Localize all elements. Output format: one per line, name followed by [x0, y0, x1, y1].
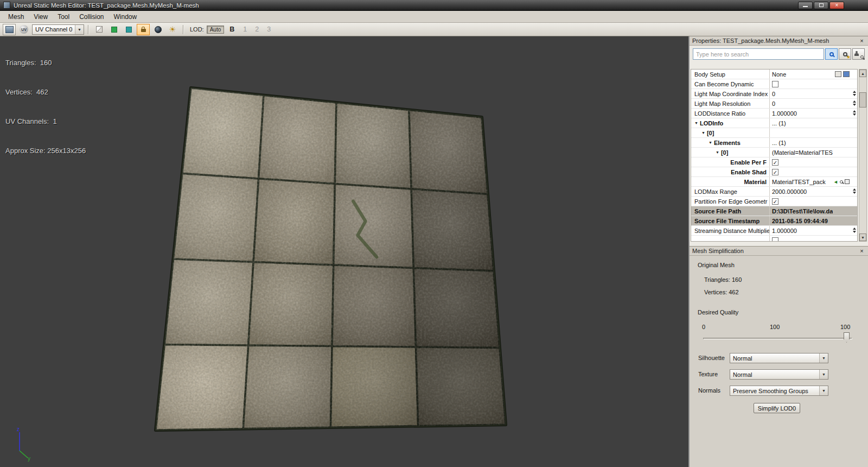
spinner-down-icon[interactable] — [853, 94, 856, 96]
use-selected-icon[interactable] — [843, 71, 850, 77]
lod-3-button[interactable]: 3 — [267, 26, 271, 33]
property-row[interactable]: Enable Shad✓ — [691, 167, 857, 177]
expander-icon[interactable]: ▼ — [716, 150, 719, 154]
menu-item-mesh[interactable]: Mesh — [3, 11, 29, 22]
show-complex-collision-button[interactable] — [122, 24, 135, 35]
property-value[interactable] — [770, 236, 857, 242]
mesh-simplification-close-button[interactable]: × — [858, 248, 865, 254]
checkbox[interactable]: ✓ — [772, 169, 778, 175]
spinner-up-icon[interactable] — [853, 228, 856, 230]
uv-channel-select[interactable]: UV Channel 0 ▼ — [32, 24, 84, 35]
property-row[interactable]: Light Map Coordinate Index0 — [691, 89, 857, 99]
search-button[interactable] — [825, 48, 838, 60]
menu-item-collision[interactable]: Collision — [74, 11, 108, 22]
value-spinner[interactable] — [853, 91, 856, 96]
expander-icon[interactable]: ▼ — [709, 141, 712, 144]
checkbox[interactable] — [772, 81, 778, 87]
checkbox[interactable]: ✓ — [772, 198, 778, 205]
property-value[interactable]: 1.000000 — [770, 226, 857, 235]
expander-icon[interactable]: ▼ — [694, 121, 698, 125]
spinner-down-icon[interactable] — [853, 231, 856, 233]
viewport-3d[interactable]: Triangles: 160 Vertices: 462 UV Channels… — [0, 36, 688, 467]
property-row[interactable]: Source File Timestamp2011-08-15 09:44:49 — [691, 216, 857, 226]
lod-base-button[interactable]: B — [229, 26, 234, 33]
property-value[interactable]: 2000.000000 — [770, 187, 857, 196]
property-row[interactable]: ▼[0](Material=Material'TES — [691, 148, 857, 157]
clear-icon[interactable] — [835, 71, 841, 77]
checkbox[interactable]: ✓ — [772, 159, 778, 166]
properties-close-button[interactable]: × — [858, 37, 865, 44]
search-favorites-button[interactable]: ★ — [839, 48, 851, 60]
value-spinner[interactable] — [853, 188, 856, 194]
spinner-down-icon[interactable] — [853, 113, 856, 116]
wireframe-button[interactable] — [93, 24, 106, 35]
lod-2-button[interactable]: 2 — [255, 26, 259, 33]
property-row[interactable]: Body SetupNone — [691, 70, 857, 79]
property-value[interactable]: 1.000000 — [770, 109, 857, 118]
menu-item-view[interactable]: View — [29, 11, 53, 22]
value-spinner[interactable] — [853, 100, 856, 106]
value-spinner[interactable] — [853, 110, 856, 116]
expander-icon[interactable]: ▼ — [701, 131, 705, 135]
property-value[interactable]: 0 — [770, 89, 857, 98]
property-value[interactable]: ✓ — [770, 197, 857, 206]
silhouette-select[interactable]: Normal ▼ — [730, 353, 828, 363]
property-row[interactable]: Partition For Edge Geometr✓ — [691, 197, 857, 206]
lighting-button[interactable]: ☀ — [166, 24, 179, 35]
scroll-down-icon[interactable]: ▼ — [859, 234, 866, 241]
property-value[interactable]: ... (1) — [770, 138, 857, 147]
menu-item-tool[interactable]: Tool — [53, 11, 74, 22]
titlebar[interactable]: Unreal Static Mesh Editor: TEST_package.… — [0, 0, 868, 11]
find-in-browser-icon[interactable] — [840, 180, 843, 184]
lod-1-button[interactable]: 1 — [243, 26, 247, 33]
properties-scrollbar[interactable]: ▲ ▼ — [859, 69, 867, 242]
clear-icon[interactable] — [845, 179, 850, 184]
search-user-button[interactable] — [852, 48, 865, 60]
value-spinner[interactable] — [853, 228, 856, 233]
scroll-up-icon[interactable]: ▲ — [859, 70, 866, 77]
property-row[interactable]: LODDistance Ratio1.000000 — [691, 109, 857, 118]
spinner-down-icon[interactable] — [853, 192, 856, 194]
property-value[interactable]: ... (1) — [770, 118, 857, 128]
checkbox[interactable] — [772, 237, 778, 242]
simplify-lod0-button[interactable]: Simplify LOD0 — [754, 403, 800, 413]
close-button[interactable]: × — [829, 2, 844, 9]
maximize-button[interactable] — [814, 2, 828, 9]
spinner-up-icon[interactable] — [853, 188, 856, 191]
stone-tile-mesh[interactable] — [0, 36, 688, 467]
property-value[interactable]: ✓ — [770, 167, 857, 176]
property-value[interactable]: ✓ — [770, 157, 857, 167]
chevron-down-icon[interactable]: ▼ — [819, 354, 828, 363]
show-simple-collision-button[interactable] — [107, 24, 120, 35]
property-value[interactable]: None — [770, 70, 857, 79]
lock-camera-button[interactable] — [137, 24, 150, 35]
search-input[interactable] — [693, 48, 824, 60]
chevron-down-icon[interactable]: ▼ — [75, 25, 84, 34]
property-value[interactable] — [770, 79, 857, 89]
texture-select[interactable]: Normal ▼ — [730, 369, 828, 380]
quality-slider-track[interactable] — [703, 338, 852, 339]
lod-auto-button[interactable]: Auto — [207, 26, 225, 34]
minimize-button[interactable] — [798, 2, 813, 9]
use-selected-icon[interactable]: ◄ — [833, 179, 838, 185]
mesh-tool-button[interactable] — [3, 24, 16, 35]
property-row[interactable]: MaterialMaterial'TEST_pack◄ — [691, 177, 857, 187]
menu-item-window[interactable]: Window — [109, 11, 142, 22]
spinner-down-icon[interactable] — [853, 104, 856, 106]
spinner-up-icon[interactable] — [853, 110, 856, 112]
normals-select[interactable]: Preserve Smoothing Groups ▼ — [730, 386, 828, 396]
chevron-down-icon[interactable]: ▼ — [819, 370, 828, 379]
property-value[interactable]: Material'TEST_pack◄ — [770, 177, 857, 186]
property-row[interactable]: Source File PathD:\3D\Test\Tile\low.da — [691, 206, 857, 216]
property-row[interactable]: Streaming Distance Multiplie1.000000 — [691, 226, 857, 236]
property-row[interactable]: ▼[0] — [691, 128, 857, 138]
property-row[interactable]: Can Become Dynamic — [691, 79, 857, 89]
property-row[interactable]: LODMax Range2000.000000 — [691, 187, 857, 197]
property-value[interactable]: 2011-08-15 09:44:49 — [770, 216, 857, 225]
show-normals-button[interactable] — [151, 24, 164, 35]
chevron-down-icon[interactable]: ▼ — [819, 386, 828, 395]
uv-toggle-button[interactable]: UV — [17, 24, 30, 35]
quality-slider-thumb[interactable] — [844, 332, 850, 343]
property-row[interactable]: Enable Per F✓ — [691, 157, 857, 167]
property-row[interactable] — [691, 236, 857, 242]
